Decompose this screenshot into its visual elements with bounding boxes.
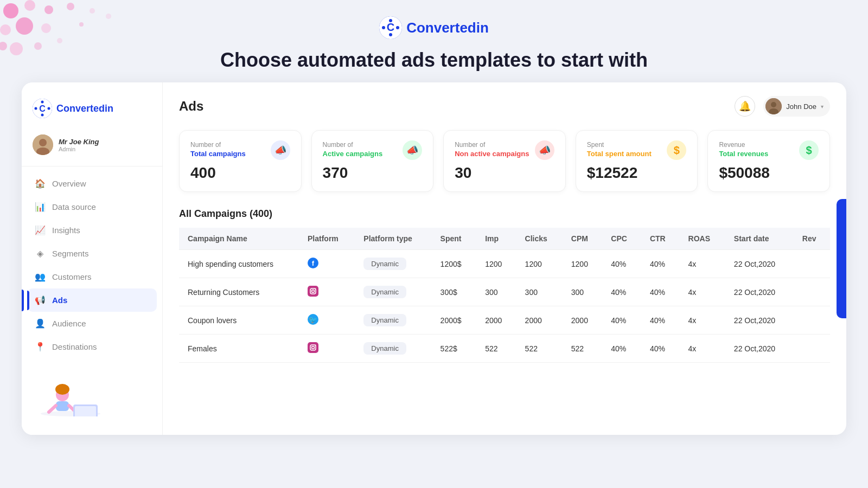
svg-line-32	[49, 406, 56, 412]
col-roas: ROAS	[680, 228, 725, 250]
cell-spent: 300$	[432, 278, 477, 306]
col-imp: Imp	[476, 228, 516, 250]
destinations-icon: 📍	[35, 342, 46, 352]
user-chip: John Doe ▾	[763, 96, 830, 117]
cell-platform	[299, 278, 355, 306]
cell-roas: 4x	[680, 250, 725, 278]
platform-type-badge: Dynamic	[363, 314, 406, 326]
table-header-row: Campaign Name Platform Platform type Spe…	[179, 228, 830, 250]
cell-cpc: 40%	[602, 250, 641, 278]
svg-point-34	[55, 384, 69, 395]
cell-start-date: 22 Oct,2020	[725, 306, 794, 335]
stat-card-label: Number of	[190, 140, 246, 150]
cell-ctr: 40%	[641, 250, 680, 278]
sidebar-item-overview[interactable]: 🏠 Overview	[27, 172, 157, 195]
sidebar: C Convertedin Mr Joe King Admi	[22, 82, 163, 435]
col-platform: Platform	[299, 228, 355, 250]
col-cpm: CPM	[563, 228, 602, 250]
cell-roas: 4x	[680, 335, 725, 363]
cell-platform-type: Dynamic	[355, 306, 431, 335]
sidebar-footer	[22, 368, 162, 424]
stat-card-nonactive: Number of Non active campaigns 📣 30	[443, 130, 566, 192]
cell-start-date: 22 Oct,2020	[725, 250, 794, 278]
sidebar-brand-name: Convertedin	[56, 103, 113, 114]
chevron-down-icon: ▾	[821, 104, 824, 110]
col-spent: Spent	[432, 228, 477, 250]
user-chip-name: John Doe	[786, 102, 816, 111]
brand-name: Convertedin	[406, 20, 489, 36]
cell-roas: 4x	[680, 278, 725, 306]
sidebar-item-label: Data source	[52, 202, 96, 211]
svg-point-52	[315, 345, 316, 346]
svg-rect-49	[308, 342, 318, 353]
active-indicator	[27, 291, 29, 310]
col-rev: Rev	[794, 228, 830, 250]
platform-type-badge: Dynamic	[363, 258, 406, 270]
col-platform-type: Platform type	[355, 228, 431, 250]
sidebar-item-insights[interactable]: 📈 Insights	[27, 219, 157, 242]
top-header: C Convertedin Choose automated ads templ…	[0, 0, 868, 82]
stat-card-sublabel: Total campaigns	[190, 150, 246, 158]
col-cpc: CPC	[602, 228, 641, 250]
stat-card-active: Number of Active campaigns 📣 370	[311, 130, 434, 192]
cell-platform: f	[299, 250, 355, 278]
sidebar-user-name: Mr Joe King	[59, 138, 99, 146]
sidebar-illustration	[33, 373, 108, 416]
sidebar-brand: C Convertedin	[22, 93, 162, 129]
svg-point-25	[35, 107, 37, 110]
stat-card-sublabel: Active campaigns	[323, 150, 383, 158]
table-section: All Campaigns (400) Campaign Name Platfo…	[179, 208, 830, 363]
stat-card-revenue: Revenue Total revenues $ $50088	[707, 130, 830, 192]
sidebar-nav: 🏠 Overview 📊 Data source 📈 Insights ◈ Se…	[22, 172, 162, 358]
campaigns-table: Campaign Name Platform Platform type Spe…	[179, 228, 830, 363]
col-start-date: Start date	[725, 228, 794, 250]
sidebar-item-audience[interactable]: 👤 Audience	[27, 312, 157, 335]
sidebar-item-segments[interactable]: ◈ Segments	[27, 242, 157, 265]
insights-icon: 📈	[35, 225, 46, 235]
cell-cpm: 522	[563, 335, 602, 363]
svg-rect-36	[75, 406, 96, 416]
svg-point-22	[41, 101, 44, 104]
stat-card-sublabel: Total revenues	[719, 150, 768, 158]
user-chip-avatar	[765, 98, 782, 114]
sidebar-item-ads[interactable]: 📢 Ads	[27, 288, 157, 312]
cell-campaign-name: Females	[179, 335, 299, 363]
col-ctr: CTR	[641, 228, 680, 250]
home-icon: 🏠	[35, 178, 46, 189]
page-headline: Choose automated ads templates to start …	[220, 49, 648, 72]
col-clicks: Clicks	[516, 228, 563, 250]
cell-rev	[794, 306, 830, 335]
sidebar-item-label: Segments	[52, 249, 89, 258]
sidebar-item-destinations[interactable]: 📍 Destinations	[27, 335, 157, 358]
sidebar-item-label: Ads	[52, 296, 67, 305]
cell-campaign-name: High spending customers	[179, 250, 299, 278]
megaphone-icon: 📣	[275, 144, 286, 156]
cell-cpc: 40%	[602, 335, 641, 363]
right-blue-bar	[837, 199, 846, 318]
customers-icon: 👥	[35, 272, 46, 282]
cell-spent: 522$	[432, 335, 477, 363]
cell-cpm: 300	[563, 278, 602, 306]
cell-clicks: 1200	[516, 250, 563, 278]
inactive-megaphone-icon: 📣	[539, 144, 551, 156]
cell-start-date: 22 Oct,2020	[725, 278, 794, 306]
stat-card-icon: 📣	[271, 140, 290, 160]
sidebar-item-customers[interactable]: 👥 Customers	[27, 265, 157, 288]
cell-imp: 1200	[476, 250, 516, 278]
notification-button[interactable]: 🔔	[735, 96, 755, 117]
brand-logo: C Convertedin	[379, 16, 489, 39]
svg-point-39	[771, 102, 776, 107]
stat-card-sublabel: Total spent amount	[587, 150, 652, 158]
stat-card-label: Revenue	[719, 140, 768, 150]
cell-imp: 2000	[476, 306, 516, 335]
stat-card-label: Number of	[323, 140, 383, 150]
cell-roas: 4x	[680, 306, 725, 335]
platform-icon	[308, 346, 318, 355]
segments-icon: ◈	[35, 248, 46, 259]
platform-type-badge: Dynamic	[363, 342, 406, 355]
cell-cpc: 40%	[602, 278, 641, 306]
svg-point-18	[389, 33, 392, 36]
audience-icon: 👤	[35, 318, 46, 329]
sidebar-item-data-source[interactable]: 📊 Data source	[27, 195, 157, 219]
stat-card-value: 400	[190, 164, 290, 182]
